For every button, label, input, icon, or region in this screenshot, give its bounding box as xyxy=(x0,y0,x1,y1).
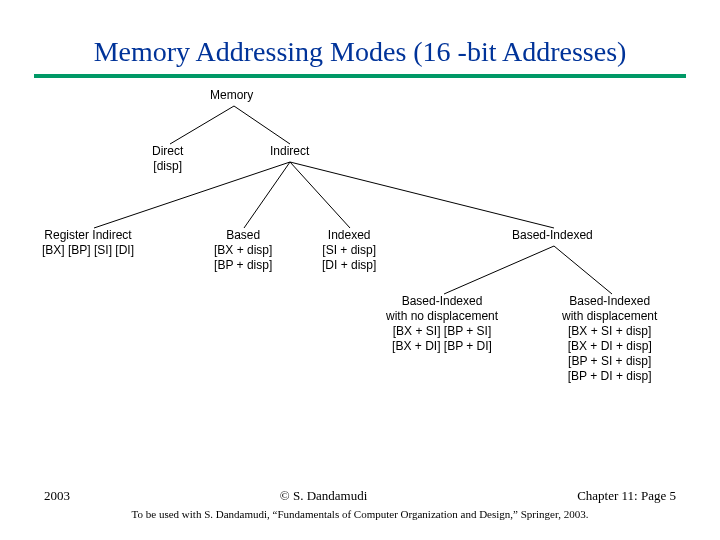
svg-line-1 xyxy=(234,106,290,144)
svg-line-3 xyxy=(244,162,290,228)
footer: 2003 © S. Dandamudi Chapter 11: Page 5 T… xyxy=(0,488,720,520)
svg-line-5 xyxy=(290,162,554,228)
node-indexed: Indexed[SI + disp][DI + disp] xyxy=(322,228,376,273)
svg-line-7 xyxy=(554,246,612,294)
page-title: Memory Addressing Modes (16 -bit Address… xyxy=(0,0,720,74)
node-based-indexed: Based-Indexed xyxy=(512,228,593,243)
node-register-indirect: Register Indirect[BX] [BP] [SI] [DI] xyxy=(42,228,134,258)
node-indirect: Indirect xyxy=(270,144,309,159)
svg-line-4 xyxy=(290,162,350,228)
diagram-area: Memory Direct[disp] Indirect Register In… xyxy=(34,78,686,448)
footer-sub: To be used with S. Dandamudi, “Fundament… xyxy=(0,504,720,520)
node-memory: Memory xyxy=(210,88,253,103)
node-bi-no-disp: Based-Indexedwith no displacement[BX + S… xyxy=(386,294,498,354)
svg-line-6 xyxy=(444,246,554,294)
node-bi-disp: Based-Indexedwith displacement[BX + SI +… xyxy=(562,294,657,384)
footer-year: 2003 xyxy=(44,488,70,504)
footer-center: © S. Dandamudi xyxy=(280,488,368,504)
svg-line-2 xyxy=(94,162,290,228)
footer-right: Chapter 11: Page 5 xyxy=(577,488,676,504)
svg-line-0 xyxy=(170,106,234,144)
node-direct: Direct[disp] xyxy=(152,144,183,174)
node-based: Based[BX + disp][BP + disp] xyxy=(214,228,272,273)
